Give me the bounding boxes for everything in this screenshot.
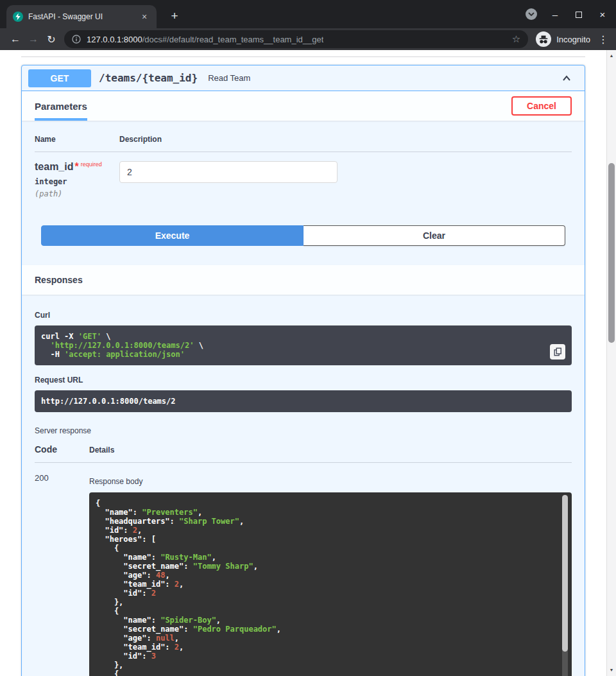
request-url-label: Request URL	[35, 376, 572, 385]
response-status-code: 200	[35, 473, 89, 676]
collapse-chevron-icon[interactable]	[560, 72, 573, 85]
page-scrollbar[interactable]: ▲ ▼	[606, 50, 616, 676]
bookmark-star-icon[interactable]: ☆	[507, 33, 520, 45]
copy-to-clipboard-button[interactable]	[550, 344, 565, 360]
code-column-header: Code	[35, 444, 89, 455]
url-path: /docs#/default/read_team_teams__team_id_…	[142, 35, 324, 44]
responses-content: Curl curl -X 'GET' \ 'http://127.0.0.1:8…	[22, 295, 585, 676]
tab-parameters[interactable]: Parameters	[35, 91, 87, 121]
tab-title: FastAPI - Swagger UI	[28, 12, 133, 21]
browser-navbar: ← → ↻ 127.0.0.1:8000/docs#/default/read_…	[0, 28, 616, 50]
required-label: required	[81, 161, 102, 168]
back-icon[interactable]: ←	[6, 33, 24, 45]
close-window-button[interactable]: ×	[597, 9, 608, 20]
team-id-input[interactable]	[119, 161, 338, 183]
response-body-block: { "name": "Preventers", "headquarters": …	[89, 492, 572, 676]
browser-menu-icon[interactable]: ⋮	[597, 33, 610, 46]
url-host: 127.0.0.1:8000	[87, 35, 142, 44]
response-table-header: Code Details	[35, 444, 572, 463]
scrollbar-down-arrow-icon[interactable]: ▼	[607, 666, 616, 675]
responses-title: Responses	[35, 275, 83, 285]
incognito-label: Incognito	[556, 35, 590, 44]
page-scrollbar-thumb[interactable]	[608, 163, 615, 343]
minimize-button[interactable]: –	[549, 9, 561, 20]
column-description-header: Description	[119, 135, 572, 144]
response-body-scrollbar[interactable]	[562, 495, 568, 676]
section-divider	[21, 56, 585, 57]
reload-icon[interactable]: ↻	[42, 33, 60, 46]
opblock-path: /teams/{team_id}	[99, 72, 198, 84]
opblock-summary[interactable]: GET /teams/{team_id} Read Team	[22, 65, 585, 91]
responses-header-band: Responses	[22, 265, 585, 295]
required-star: *	[74, 161, 78, 172]
incognito-icon	[536, 31, 551, 47]
parameter-name-cell: team_id*required integer (path)	[35, 161, 119, 198]
url-text: 127.0.0.1:8000/docs#/default/read_team_t…	[87, 35, 323, 44]
cancel-button[interactable]: Cancel	[511, 96, 572, 116]
maximize-button[interactable]	[573, 9, 585, 20]
parameter-location: (path)	[35, 189, 119, 198]
response-body-code: { "name": "Preventers", "headquarters": …	[96, 499, 556, 676]
column-name-header: Name	[35, 135, 119, 144]
parameter-value-cell	[119, 161, 572, 198]
details-column-header: Details	[89, 446, 572, 455]
parameters-header-band: Parameters Cancel	[22, 91, 585, 121]
browser-titlebar: FastAPI - Swagger UI × + – ×	[0, 0, 616, 28]
response-body-scrollbar-thumb[interactable]	[562, 495, 568, 652]
new-tab-button[interactable]: +	[167, 9, 182, 23]
parameter-type: integer	[35, 177, 119, 186]
browser-tab[interactable]: FastAPI - Swagger UI ×	[6, 5, 157, 28]
opblock-summary-text: Read Team	[208, 73, 250, 83]
request-url-block: http://127.0.0.1:8000/teams/2	[35, 390, 572, 412]
tab-close-icon[interactable]: ×	[139, 12, 150, 22]
curl-label: Curl	[35, 311, 572, 320]
parameters-table-header: Name Description	[22, 121, 585, 152]
parameter-name: team_id	[35, 161, 73, 172]
method-badge: GET	[28, 69, 91, 87]
incognito-badge: Incognito	[536, 31, 590, 47]
forward-icon[interactable]: →	[24, 33, 42, 45]
scrollbar-up-arrow-icon[interactable]: ▲	[607, 51, 616, 60]
tab-search-icon[interactable]	[526, 8, 537, 20]
page-info-icon[interactable]	[72, 35, 81, 44]
clear-button[interactable]: Clear	[304, 225, 565, 246]
server-response-label: Server response	[35, 426, 572, 435]
fastapi-favicon-icon	[13, 12, 23, 22]
curl-code: curl -X 'GET' \ 'http://127.0.0.1:8000/t…	[41, 332, 565, 359]
url-bar[interactable]: 127.0.0.1:8000/docs#/default/read_team_t…	[64, 30, 528, 48]
opblock-get-teams: GET /teams/{team_id} Read Team Parameter…	[21, 65, 585, 676]
response-body-label: Response body	[89, 477, 572, 486]
request-url-value: http://127.0.0.1:8000/teams/2	[41, 397, 565, 406]
execute-button[interactable]: Execute	[41, 225, 304, 246]
response-row: 200 Response body { "name": "Preventers"…	[35, 463, 572, 676]
maximize-icon	[576, 12, 582, 18]
window-controls: – ×	[526, 0, 608, 28]
curl-block: curl -X 'GET' \ 'http://127.0.0.1:8000/t…	[35, 325, 572, 365]
response-details-cell: Response body { "name": "Preventers", "h…	[89, 473, 572, 676]
execute-row: Execute Clear	[41, 225, 565, 246]
parameter-row: team_id*required integer (path)	[22, 152, 585, 198]
swagger-page: GET /teams/{team_id} Read Team Parameter…	[0, 50, 616, 676]
